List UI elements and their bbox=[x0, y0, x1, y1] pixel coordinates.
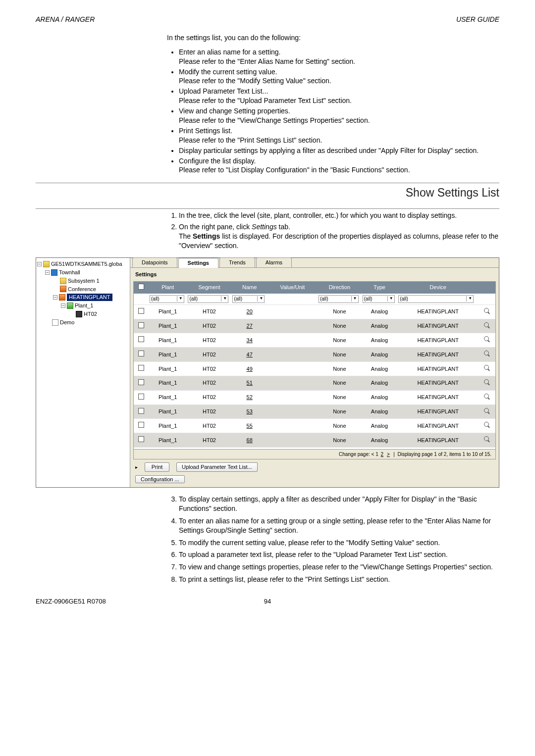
magnifier-icon[interactable] bbox=[483, 350, 490, 357]
header-left: ARENA / RANGER bbox=[36, 15, 95, 24]
magnifier-icon[interactable] bbox=[483, 336, 490, 343]
cell-value bbox=[268, 376, 318, 390]
cell-value bbox=[268, 348, 318, 362]
chevron-down-icon: ▼ bbox=[257, 296, 263, 302]
page-link[interactable]: 2 bbox=[380, 452, 385, 457]
cell-name[interactable]: 52 bbox=[231, 390, 267, 404]
magnifier-icon[interactable] bbox=[483, 393, 490, 400]
node-label: HEATINGPLANT bbox=[67, 294, 112, 301]
cell-type: Analog bbox=[362, 319, 397, 333]
row-checkbox[interactable] bbox=[138, 379, 144, 385]
pager-display: Displaying page 1 of 2, items 1 to 10 of… bbox=[397, 451, 491, 458]
magnifier-icon[interactable] bbox=[483, 364, 490, 371]
filter-dropdown[interactable]: (all)▼ bbox=[398, 295, 474, 303]
filter-dropdown[interactable]: (all)▼ bbox=[150, 295, 184, 303]
table-row[interactable]: Plant_1HT0268NoneAnalogHEATINGPLANT bbox=[134, 433, 495, 448]
cell-name[interactable]: 53 bbox=[231, 404, 267, 419]
magnifier-icon[interactable] bbox=[483, 407, 490, 414]
cell-name[interactable]: 27 bbox=[231, 319, 267, 333]
expand-icon[interactable]: − bbox=[37, 262, 42, 266]
expand-icon[interactable]: − bbox=[45, 270, 50, 275]
cell-segment: HT02 bbox=[187, 376, 231, 390]
magnifier-icon[interactable] bbox=[483, 421, 490, 428]
table-row[interactable]: Plant_1HT0234NoneAnalogHEATINGPLANT bbox=[134, 333, 495, 348]
row-checkbox[interactable] bbox=[138, 351, 144, 356]
cell-name[interactable]: 34 bbox=[231, 333, 267, 348]
cell-type: Analog bbox=[362, 348, 397, 362]
cell-type: Analog bbox=[362, 433, 397, 448]
cell-type: Analog bbox=[362, 419, 397, 433]
magnifier-icon[interactable] bbox=[483, 379, 490, 386]
tab-settings[interactable]: Settings bbox=[178, 258, 218, 268]
table-row[interactable]: Plant_1HT0247NoneAnalogHEATINGPLANT bbox=[134, 348, 495, 362]
tab-alarms[interactable]: Alarms bbox=[256, 257, 292, 267]
magnifier-icon[interactable] bbox=[483, 436, 490, 443]
row-checkbox[interactable] bbox=[138, 336, 144, 342]
upload-button[interactable]: Upload Parameter Text List... bbox=[176, 462, 258, 472]
cell-name[interactable]: 49 bbox=[231, 362, 267, 376]
table-row[interactable]: Plant_1HT0249NoneAnalogHEATINGPLANT bbox=[134, 362, 495, 376]
panel-subheader: Settings bbox=[130, 268, 499, 281]
cell-segment: HT02 bbox=[187, 348, 231, 362]
row-checkbox[interactable] bbox=[138, 365, 144, 371]
tree-node[interactable]: −HEATINGPLANT bbox=[37, 293, 129, 302]
tree-node[interactable]: −Townhall bbox=[37, 268, 129, 277]
magnifier-icon[interactable] bbox=[483, 322, 490, 329]
cell-type: Analog bbox=[362, 376, 397, 390]
cell-value bbox=[268, 433, 318, 448]
filter-dropdown[interactable]: (all)▼ bbox=[319, 295, 359, 303]
cell-device: HEATINGPLANT bbox=[397, 348, 479, 362]
cell-device: HEATINGPLANT bbox=[397, 362, 479, 376]
page-next[interactable]: > bbox=[386, 452, 391, 457]
row-checkbox[interactable] bbox=[138, 422, 144, 428]
step-item: To print a settings list, please refer t… bbox=[179, 575, 499, 584]
cell-name[interactable]: 47 bbox=[231, 348, 267, 362]
table-row[interactable]: Plant_1HT0255NoneAnalogHEATINGPLANT bbox=[134, 419, 495, 433]
cell-name[interactable]: 68 bbox=[231, 433, 267, 448]
row-checkbox[interactable] bbox=[138, 394, 144, 400]
tab-trends[interactable]: Trends bbox=[219, 257, 255, 267]
table-row[interactable]: Plant_1HT0252NoneAnalogHEATINGPLANT bbox=[134, 390, 495, 404]
expand-icon[interactable]: − bbox=[53, 295, 57, 300]
row-checkbox[interactable] bbox=[138, 322, 144, 328]
filter-dropdown[interactable]: (all)▼ bbox=[188, 295, 228, 303]
cell-plant: Plant_1 bbox=[149, 376, 187, 390]
cell-name[interactable]: 20 bbox=[231, 304, 267, 319]
navigation-tree[interactable]: −GE51WDTKSAMMET5.globa−TownhallSubsystem… bbox=[36, 258, 130, 487]
tabs-row: DatapointsSettingsTrendsAlarms bbox=[130, 258, 499, 268]
cell-segment: HT02 bbox=[187, 390, 231, 404]
tree-node[interactable]: Demo bbox=[37, 318, 129, 327]
cell-name[interactable]: 55 bbox=[231, 419, 267, 433]
table-row[interactable]: Plant_1HT0227NoneAnalogHEATINGPLANT bbox=[134, 319, 495, 333]
tree-node[interactable]: Subsystem 1 bbox=[37, 277, 129, 285]
step-item: To view and change settings properties, … bbox=[179, 562, 499, 572]
tree-node[interactable]: −GE51WDTKSAMMET5.globa bbox=[37, 260, 129, 268]
row-checkbox[interactable] bbox=[138, 308, 144, 314]
print-button[interactable]: Print bbox=[145, 462, 169, 472]
filter-dropdown[interactable]: (all)▼ bbox=[363, 295, 395, 303]
expand-icon[interactable]: − bbox=[61, 303, 65, 308]
row-checkbox[interactable] bbox=[138, 436, 144, 442]
chevron-down-icon: ▼ bbox=[387, 296, 393, 302]
tree-node[interactable]: −Plant_1 bbox=[37, 302, 129, 310]
cell-value bbox=[268, 333, 318, 348]
table-row[interactable]: Plant_1HT0253NoneAnalogHEATINGPLANT bbox=[134, 404, 495, 419]
table-row[interactable]: Plant_1HT0251NoneAnalogHEATINGPLANT bbox=[134, 376, 495, 390]
step-item: To modify the current setting value, ple… bbox=[179, 538, 499, 548]
select-all-checkbox[interactable] bbox=[138, 284, 144, 290]
pager-links[interactable]: < 1 2 > bbox=[372, 451, 391, 458]
filter-dropdown[interactable]: (all)▼ bbox=[232, 295, 265, 303]
cell-direction: None bbox=[318, 304, 362, 319]
tree-node[interactable]: Conference bbox=[37, 285, 129, 294]
magnifier-icon[interactable] bbox=[483, 307, 490, 314]
tree-node[interactable]: HT02 bbox=[37, 310, 129, 318]
row-checkbox[interactable] bbox=[138, 408, 144, 414]
column-header: Segment bbox=[187, 282, 231, 294]
cell-device: HEATINGPLANT bbox=[397, 333, 479, 348]
pager-change: Change page: bbox=[339, 451, 370, 458]
cell-value bbox=[268, 319, 318, 333]
tab-datapoints[interactable]: Datapoints bbox=[132, 257, 177, 267]
configuration-button[interactable]: Configuration ... bbox=[135, 475, 185, 483]
cell-name[interactable]: 51 bbox=[231, 376, 267, 390]
table-row[interactable]: Plant_1HT0220NoneAnalogHEATINGPLANT bbox=[134, 304, 495, 319]
